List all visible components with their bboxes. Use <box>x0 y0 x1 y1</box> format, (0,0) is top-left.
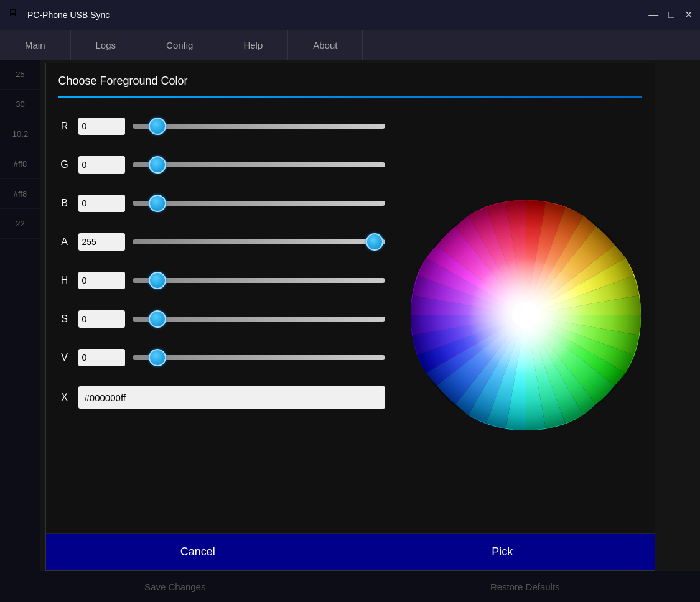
g-slider-thumb[interactable] <box>149 156 166 174</box>
nav-tabs: Main Logs Config Help About <box>0 30 700 60</box>
hex-row: X <box>58 386 385 409</box>
b-label: B <box>58 198 71 209</box>
g-input[interactable] <box>78 156 125 174</box>
dialog-body: R G <box>46 98 655 533</box>
g-label: G <box>58 159 71 170</box>
pick-button[interactable]: Pick <box>350 534 655 570</box>
s-slider-thumb[interactable] <box>149 310 166 328</box>
h-input[interactable] <box>78 272 125 289</box>
h-slider-track <box>133 278 385 283</box>
s-slider-row: S <box>58 303 385 335</box>
dialog-title: Choose Foreground Color <box>58 75 642 88</box>
tab-config[interactable]: Config <box>141 30 218 60</box>
title-bar-controls: — □ ✕ <box>648 10 693 20</box>
color-wheel[interactable] <box>408 197 644 433</box>
g-slider-track-container[interactable] <box>133 156 385 174</box>
v-slider-row: V <box>58 341 385 374</box>
maximize-button[interactable]: □ <box>668 10 674 20</box>
b-slider-track-container[interactable] <box>133 195 385 212</box>
hex-label: X <box>58 392 71 403</box>
h-slider-row: H <box>58 264 385 297</box>
title-bar-left: 🖥 PC-Phone USB Sync <box>7 7 110 22</box>
a-input[interactable] <box>78 233 125 251</box>
v-slider-thumb[interactable] <box>149 349 166 366</box>
color-wheel-panel[interactable] <box>398 98 655 533</box>
g-slider-track <box>133 162 385 167</box>
s-label: S <box>58 313 71 325</box>
tab-help[interactable]: Help <box>218 30 288 60</box>
sliders-panel: R G <box>46 98 398 533</box>
a-slider-row: A <box>58 226 385 258</box>
v-slider-track-container[interactable] <box>133 349 385 366</box>
v-input[interactable] <box>78 349 125 366</box>
color-picker-dialog: Choose Foreground Color R <box>45 63 655 571</box>
r-slider-thumb[interactable] <box>149 118 166 135</box>
a-label: A <box>58 236 71 248</box>
h-slider-thumb[interactable] <box>149 272 166 289</box>
dialog-header: Choose Foreground Color <box>46 63 655 98</box>
a-slider-thumb[interactable] <box>366 233 383 251</box>
h-label: H <box>58 275 71 286</box>
s-slider-track-container[interactable] <box>133 310 385 328</box>
dialog-footer: Cancel Pick <box>46 533 655 570</box>
tab-main[interactable]: Main <box>0 30 71 60</box>
close-button[interactable]: ✕ <box>684 10 693 20</box>
b-input[interactable] <box>78 195 125 212</box>
b-slider-track <box>133 201 385 206</box>
r-input[interactable] <box>78 118 125 135</box>
app-icon: 🖥 <box>7 7 22 22</box>
r-label: R <box>58 121 71 132</box>
s-input[interactable] <box>78 310 125 328</box>
s-slider-track <box>133 317 385 322</box>
r-slider-row: R <box>58 110 385 142</box>
b-slider-thumb[interactable] <box>149 195 166 212</box>
v-slider-track <box>133 355 385 360</box>
app-title: PC-Phone USB Sync <box>27 10 110 20</box>
dialog-overlay: Choose Foreground Color R <box>0 60 700 602</box>
tab-about[interactable]: About <box>288 30 363 60</box>
minimize-button[interactable]: — <box>648 10 658 20</box>
v-label: V <box>58 352 71 363</box>
title-bar: 🖥 PC-Phone USB Sync — □ ✕ <box>0 0 700 30</box>
cancel-button[interactable]: Cancel <box>46 534 351 570</box>
r-slider-track <box>133 124 385 129</box>
r-slider-track-container[interactable] <box>133 118 385 135</box>
hex-input[interactable] <box>78 386 385 409</box>
g-slider-row: G <box>58 149 385 181</box>
b-slider-row: B <box>58 187 385 220</box>
tab-logs[interactable]: Logs <box>71 30 142 60</box>
svg-point-6 <box>516 306 535 325</box>
h-slider-track-container[interactable] <box>133 272 385 289</box>
a-slider-track <box>133 239 385 244</box>
a-slider-track-container[interactable] <box>133 233 385 251</box>
